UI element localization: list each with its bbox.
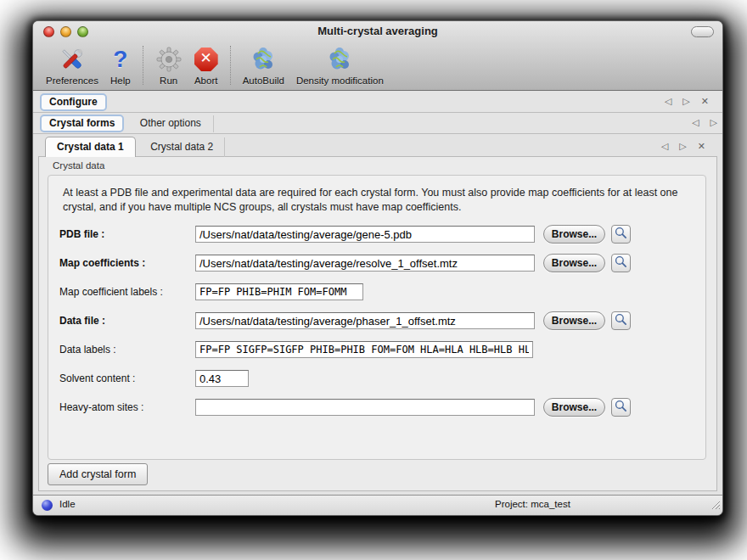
tab-configure[interactable]: Configure [40,93,107,111]
magnifier-icon [615,227,627,242]
tools-icon [59,44,86,75]
crystal-data-group-box: At least a PDB file and experimental dat… [48,175,706,460]
crystal-data-tab-bar: Crystal data 1 Crystal data 2 ◁ ▷ ✕ [38,137,717,157]
field-label: Solvent content : [59,372,195,384]
magnifier-icon [615,313,627,328]
form-row-data-file: Data file : Browse... [59,311,700,330]
pdb-file-input[interactable] [195,226,535,243]
toolbar-item-label: Help [110,76,131,86]
section-tab-row: Crystal forms Other options ◁ ▷ [33,113,722,134]
help-icon: ? [113,44,127,75]
field-label: PDB file : [59,228,195,240]
abort-icon: ✕ [194,44,218,75]
field-label: Map coefficient labels : [59,286,195,298]
tab-scroll-left-icon[interactable]: ◁ [692,117,699,127]
map-coefficients-input[interactable] [195,255,535,272]
form-row-heavy-atom-sites: Heavy-atom sites : Browse... [59,398,700,417]
help-button[interactable]: ? Help [104,44,137,86]
tab-crystal-data-2[interactable]: Crystal data 2 [139,137,225,157]
field-label: Data file : [59,315,195,327]
add-crystal-form-button[interactable]: Add crystal form [48,463,148,485]
window-title: Multi-crystal averaging [33,25,722,37]
density-modification-button[interactable]: Density modification [290,44,390,86]
tab-scroll-right-icon[interactable]: ▷ [682,96,689,106]
crystal-data-panel: Crystal data At least a PDB file and exp… [38,156,717,491]
toolbar-item-label: Run [160,76,177,86]
window-chrome: Multi-crystal averaging [33,21,722,91]
protein-model-icon [250,44,277,75]
status-text: Idle [59,499,76,509]
toolbar-item-label: Preferences [46,76,98,86]
tab-scroll-right-icon[interactable]: ▷ [679,141,686,151]
toolbar-item-label: Abort [194,76,218,86]
tab-other-options[interactable]: Other options [128,115,214,132]
tab-close-icon[interactable]: ✕ [698,141,705,151]
tab-scroll-left-icon[interactable]: ◁ [665,96,671,106]
view-file-button[interactable] [611,225,631,244]
data-labels-input[interactable] [195,341,533,358]
tab-nav-controls: ◁ ▷ [683,117,717,128]
app-window: Multi-crystal averaging [32,20,723,516]
toolbar-separator [143,46,143,85]
toolbar-item-label: Density modification [296,76,384,86]
browse-button[interactable]: Browse... [543,398,605,417]
tab-crystal-forms[interactable]: Crystal forms [40,115,124,132]
protein-model-icon [326,44,353,75]
form-row-map-coefficients: Map coefficients : Browse... [59,254,700,272]
field-label: Heavy-atom sites : [59,401,195,413]
view-file-button[interactable] [611,398,631,417]
resize-grip[interactable] [710,498,721,513]
toolbar-item-label: AutoBuild [243,76,284,86]
browse-button[interactable]: Browse... [543,254,605,272]
toolbar-separator [230,46,231,85]
form-row-map-coefficient-labels: Map coefficient labels : [59,283,700,301]
solvent-content-input[interactable] [195,370,249,387]
view-file-button[interactable] [611,254,631,272]
tab-nav-controls: ◁ ▷ ✕ [653,141,705,152]
run-button[interactable]: Run [149,44,188,86]
view-file-button[interactable] [611,311,631,330]
project-label: Project: mca_test [495,499,570,509]
field-label: Map coefficients : [59,257,195,269]
browse-button[interactable]: Browse... [543,225,605,244]
tab-scroll-left-icon[interactable]: ◁ [661,141,668,151]
form-rows: PDB file : Browse... Map coefficients : … [59,225,700,427]
titlebar[interactable]: Multi-crystal averaging [33,21,722,42]
configure-tab-row: Configure ◁ ▷ ✕ [33,92,722,113]
form-row-data-labels: Data labels : [59,340,700,359]
form-row-pdb-file: PDB file : Browse... [59,225,700,244]
group-box-label: Crystal data [53,160,104,171]
preferences-button[interactable]: Preferences [40,44,104,86]
autobuild-button[interactable]: AutoBuild [237,44,290,86]
instructions-text: At least a PDB file and experimental dat… [48,176,705,214]
magnifier-icon [615,400,627,415]
heavy-atom-sites-input[interactable] [195,399,535,416]
browse-button[interactable]: Browse... [543,311,605,330]
tab-crystal-data-1[interactable]: Crystal data 1 [45,137,136,157]
field-label: Data labels : [59,344,195,356]
data-file-input[interactable] [195,312,535,329]
tab-scroll-right-icon[interactable]: ▷ [710,117,717,127]
status-bar: Idle Project: mca_test [33,495,722,515]
toolbar-toggle-button[interactable] [691,26,714,37]
status-indicator-icon [42,500,53,511]
toolbar: Preferences ? Help [33,42,722,91]
map-coefficient-labels-input[interactable] [195,283,363,300]
magnifier-icon [615,255,627,271]
gear-icon [155,44,183,75]
form-row-solvent-content: Solvent content : [59,369,700,388]
tab-close-icon[interactable]: ✕ [701,96,709,106]
abort-button[interactable]: ✕ Abort [188,44,224,86]
tab-nav-controls: ◁ ▷ ✕ [656,96,709,107]
